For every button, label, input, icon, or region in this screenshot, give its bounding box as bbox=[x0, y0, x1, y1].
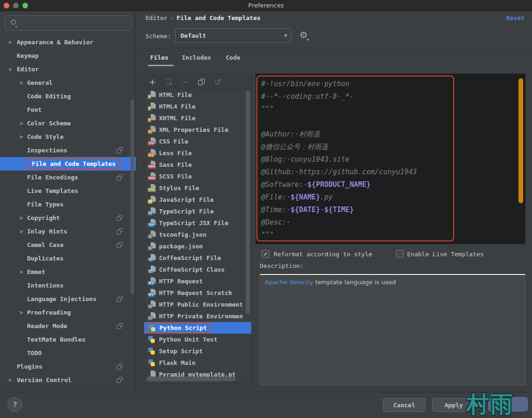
chevron-right-icon[interactable]: > bbox=[8, 377, 12, 384]
template-item-label: Setup Script bbox=[159, 348, 203, 355]
template-item-http-request-scratch[interactable]: APIHTTP Request Scratch bbox=[144, 287, 251, 299]
template-item-flask-main[interactable]: Flask Main bbox=[144, 357, 251, 369]
template-item-typescript-file[interactable]: TSTypeScript File bbox=[144, 206, 251, 217]
chevron-right-icon[interactable]: > bbox=[20, 228, 23, 235]
sidebar-item-appearance-behavior[interactable]: >Appearance & Behavior bbox=[0, 35, 136, 49]
python-file-icon bbox=[148, 336, 156, 343]
sidebar-item-inlay-hints[interactable]: >Inlay Hints bbox=[0, 225, 136, 238]
template-item-label: Python Script bbox=[159, 324, 207, 331]
chevron-down-icon[interactable]: > bbox=[7, 68, 14, 71]
template-item-stylus-file[interactable]: STYLStylus File bbox=[144, 182, 251, 194]
sidebar-item-file-encodings[interactable]: File Encodings bbox=[0, 171, 136, 184]
enable-live-templates-checkbox[interactable] bbox=[396, 250, 404, 258]
help-button[interactable]: ? bbox=[7, 397, 22, 412]
template-item-python-script[interactable]: Python Script bbox=[144, 322, 251, 334]
template-item-html4-file[interactable]: HHTML4 File bbox=[144, 101, 251, 112]
sidebar-item-version-control[interactable]: >Version Control bbox=[0, 373, 136, 387]
add-template-button[interactable]: + bbox=[149, 78, 156, 86]
remove-template-button[interactable]: − bbox=[181, 78, 189, 86]
template-item-coffeescript-class[interactable]: CoffeeScript Class bbox=[144, 264, 251, 275]
sidebar-scrollbar[interactable] bbox=[131, 99, 134, 294]
template-item-sass-file[interactable]: SASSSass File bbox=[144, 159, 251, 171]
sidebar-item-editor[interactable]: >Editor bbox=[0, 62, 136, 76]
sidebar-item-camel-case[interactable]: Camel Case bbox=[0, 238, 136, 252]
template-item-http-request[interactable]: APIHTTP Request bbox=[144, 275, 251, 287]
sidebar-item-proofreading[interactable]: >Proofreading bbox=[0, 306, 136, 319]
template-item-label: TypeScript File bbox=[159, 208, 214, 215]
template-item-package-json[interactable]: {}package.json bbox=[144, 240, 251, 252]
template-item-html-file[interactable]: HHTML File bbox=[144, 89, 251, 101]
template-item-css-file[interactable]: CSSCSS File bbox=[144, 136, 251, 147]
chevron-right-icon[interactable]: > bbox=[8, 39, 12, 46]
template-item-typescript-jsx-file[interactable]: TSXTypeScript JSX File bbox=[144, 217, 251, 229]
apache-velocity-link[interactable]: Apache Velocity bbox=[265, 279, 313, 286]
sidebar-item-label: Code Style bbox=[27, 133, 63, 140]
sidebar-item-emmet[interactable]: >Emmet bbox=[0, 265, 136, 279]
template-item-label: tsconfig.json bbox=[159, 231, 207, 238]
mirror-settings-icon bbox=[117, 215, 123, 221]
chevron-right-icon[interactable]: > bbox=[20, 215, 23, 221]
breadcrumb-parent[interactable]: Editor bbox=[145, 14, 167, 21]
template-item-python-unit-test[interactable]: Python Unit Test bbox=[144, 334, 251, 345]
sidebar-item-textmate-bundles[interactable]: TextMate Bundles bbox=[0, 333, 136, 346]
reset-link[interactable]: Reset bbox=[506, 14, 525, 21]
sidebar-item-file-and-code-templates[interactable]: File and Code Templates bbox=[0, 157, 136, 171]
template-list-vertical-scrollbar[interactable] bbox=[246, 91, 250, 314]
header-divider bbox=[136, 48, 532, 48]
sidebar-item-label: Inspections bbox=[27, 147, 67, 154]
template-item-coffeescript-file[interactable]: CoffeeScript File bbox=[144, 252, 251, 264]
chevron-right-icon[interactable]: > bbox=[20, 80, 23, 86]
sidebar-item-reader-mode[interactable]: Reader Mode bbox=[0, 319, 136, 333]
template-item-setup-script[interactable]: Setup Script bbox=[144, 345, 251, 357]
template-item-javascript-file[interactable]: JSJavaScript File bbox=[144, 194, 251, 206]
template-item-label: Stylus File bbox=[159, 185, 199, 192]
badge-file-icon: JS bbox=[148, 196, 156, 204]
sidebar-item-language-injections[interactable]: Language Injections bbox=[0, 292, 136, 306]
sidebar-item-code-editing[interactable]: Code Editing bbox=[0, 89, 136, 103]
scheme-select[interactable]: Default ▼ bbox=[175, 28, 291, 43]
copy-template-button[interactable] bbox=[198, 78, 205, 86]
sidebar-item-label: Color Scheme bbox=[27, 120, 71, 127]
template-item-http-public-environment[interactable]: {}HTTP Public Environment bbox=[144, 299, 251, 310]
tab-files[interactable]: Files bbox=[150, 54, 168, 61]
sidebar-item-font[interactable]: Font bbox=[0, 103, 136, 116]
create-from-template-button[interactable]: + bbox=[165, 78, 173, 86]
gear-icon[interactable]: ⚙▾ bbox=[299, 29, 309, 42]
badge-file-icon: CSS bbox=[148, 137, 156, 145]
editor-scrollbar[interactable] bbox=[518, 78, 523, 203]
sidebar-item-plugins[interactable]: Plugins bbox=[0, 360, 136, 373]
sidebar-item-intentions[interactable]: Intentions bbox=[0, 279, 136, 292]
template-item-http-private-environmen[interactable]: {}HTTP Private Environmen bbox=[144, 310, 251, 322]
template-item-xml-properties-file[interactable]: <>XML Properties File bbox=[144, 124, 251, 136]
sidebar-item-duplicates[interactable]: Duplicates bbox=[0, 252, 136, 265]
sidebar-item-file-types[interactable]: File Types bbox=[0, 198, 136, 211]
sidebar-item-inspections[interactable]: Inspections bbox=[0, 144, 136, 157]
sidebar-item-code-style[interactable]: >Code Style bbox=[0, 130, 136, 144]
template-item-label: Python Unit Test bbox=[159, 336, 217, 343]
template-item-scss-file[interactable]: SASSSCSS File bbox=[144, 171, 251, 182]
chevron-right-icon[interactable]: > bbox=[20, 134, 23, 140]
sidebar-item-color-scheme[interactable]: >Color Scheme bbox=[0, 116, 136, 130]
chevron-right-icon[interactable]: > bbox=[20, 269, 23, 275]
sidebar-item-live-templates[interactable]: Live Templates bbox=[0, 184, 136, 198]
search-icon bbox=[11, 20, 16, 25]
coffee-file-icon bbox=[148, 266, 156, 274]
cancel-button[interactable]: Cancel bbox=[383, 398, 426, 412]
reformat-checkbox[interactable]: ✓ bbox=[262, 250, 269, 258]
search-input[interactable] bbox=[5, 15, 131, 31]
tab-includes[interactable]: Includes bbox=[182, 54, 211, 61]
template-list-horizontal-scrollbar[interactable] bbox=[146, 377, 236, 381]
chevron-right-icon[interactable]: > bbox=[20, 309, 23, 316]
sidebar-item-copyright[interactable]: >Copyright bbox=[0, 211, 136, 225]
template-item-xhtml-file[interactable]: HXHTML File bbox=[144, 112, 251, 124]
sidebar-item-label: TODO bbox=[27, 349, 41, 356]
scheme-value: Default bbox=[180, 32, 206, 39]
sidebar-item-general[interactable]: >General bbox=[0, 76, 136, 89]
reset-template-button[interactable]: ↺ bbox=[214, 78, 221, 86]
sidebar-item-keymap[interactable]: Keymap bbox=[0, 49, 136, 62]
template-item-tsconfig-json[interactable]: {}tsconfig.json bbox=[144, 229, 251, 240]
tab-code[interactable]: Code bbox=[226, 54, 240, 61]
template-item-less-file[interactable]: {L}Less File bbox=[144, 147, 251, 159]
sidebar-item-todo[interactable]: TODO bbox=[0, 346, 136, 360]
chevron-right-icon[interactable]: > bbox=[20, 120, 23, 127]
